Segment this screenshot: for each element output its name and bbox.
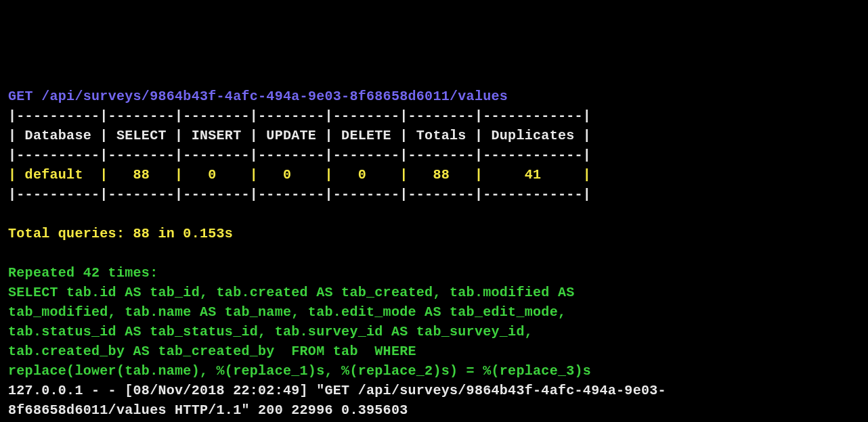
table-header-row: | Database | SELECT | INSERT | UPDATE | …: [8, 128, 591, 143]
table-border-mid: |----------|--------|--------|--------|-…: [8, 147, 591, 163]
sql-query-line-4: tab.created_by AS tab_created_by FROM ta…: [8, 344, 416, 359]
total-queries-summary: Total queries: 88 in 0.153s: [8, 226, 233, 241]
table-data-row: default | 88 | 0 | 0 | 0 | 88 | 41 |: [25, 167, 592, 183]
request-path: /api/surveys/9864b43f-4afc-494a-9e03-8f6…: [41, 89, 508, 104]
table-data-row-prefix: |: [8, 167, 25, 183]
repeated-header: Repeated 42 times:: [8, 265, 158, 281]
sql-query-line-5: replace(lower(tab.name), %(replace_1)s, …: [8, 363, 591, 379]
terminal-output: GET /api/surveys/9864b43f-4afc-494a-9e03…: [8, 87, 860, 420]
request-method: GET: [8, 89, 33, 104]
request-space: [33, 89, 41, 104]
sql-query-line-1: SELECT tab.id AS tab_id, tab.created AS …: [8, 285, 575, 300]
access-log-line-2: 8f68658d6011/values HTTP/1.1" 200 22996 …: [8, 402, 408, 418]
access-log-line-1: 127.0.0.1 - - [08/Nov/2018 22:02:49] "GE…: [8, 383, 666, 398]
table-border-bot: |----------|--------|--------|--------|-…: [8, 187, 591, 202]
sql-query-line-2: tab_modified, tab.name AS tab_name, tab.…: [8, 304, 566, 320]
sql-query-line-3: tab.status_id AS tab_status_id, tab.surv…: [8, 324, 533, 339]
table-border-top: |----------|--------|--------|--------|-…: [8, 108, 591, 124]
